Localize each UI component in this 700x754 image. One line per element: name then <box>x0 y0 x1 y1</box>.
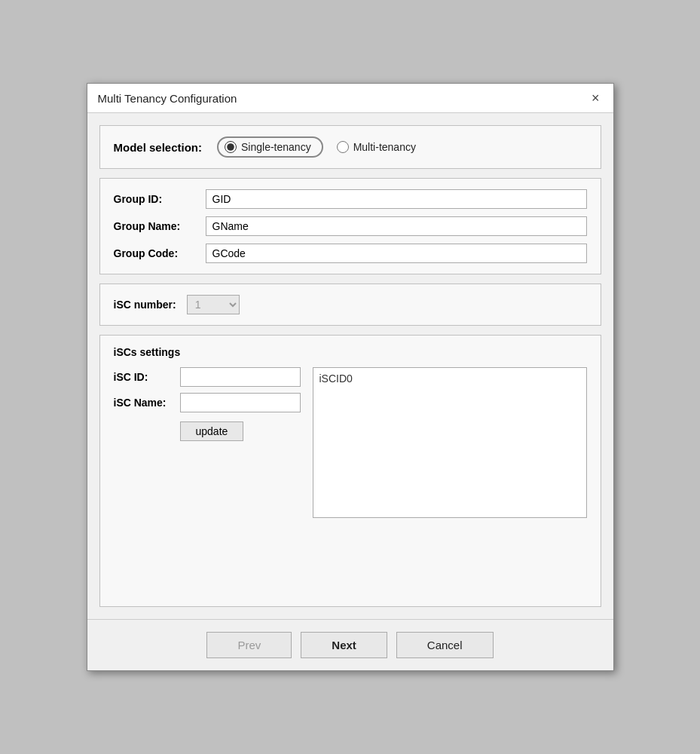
dialog-title: Multi Tenancy Configuration <box>98 92 237 105</box>
group-name-input[interactable] <box>206 216 587 236</box>
isc-number-select[interactable]: 1 2 3 4 5 <box>187 295 240 314</box>
footer: Prev Next Cancel <box>87 619 613 670</box>
radio-single-tenancy-input[interactable] <box>225 141 237 153</box>
close-button[interactable]: × <box>588 91 603 105</box>
group-fields-section: Group ID: Group Name: Group Code: <box>99 178 601 274</box>
prev-button[interactable]: Prev <box>206 632 292 658</box>
iscs-settings-section: iSCs settings iSC ID: iSC Name: update i… <box>99 335 601 607</box>
radio-multi-tenancy-label: Multi-tenancy <box>353 141 416 153</box>
model-selection-section: Model selection: Single-tenancy Multi-te… <box>99 125 601 169</box>
radio-multi-tenancy-input[interactable] <box>337 141 349 153</box>
iscs-list-box[interactable]: iSCID0 <box>313 367 587 518</box>
group-id-row: Group ID: <box>114 189 587 209</box>
model-selection-row: Model selection: Single-tenancy Multi-te… <box>114 136 587 158</box>
group-code-label: Group Code: <box>114 247 197 259</box>
isc-name-label: iSC Name: <box>114 397 174 409</box>
group-name-row: Group Name: <box>114 216 587 236</box>
radio-multi-tenancy[interactable]: Multi-tenancy <box>337 141 416 153</box>
iscs-left-panel: iSC ID: iSC Name: update <box>114 367 301 441</box>
group-name-label: Group Name: <box>114 220 197 232</box>
isc-name-row: iSC Name: <box>114 393 301 412</box>
isc-name-input[interactable] <box>180 393 301 412</box>
radio-single-tenancy[interactable]: Single-tenancy <box>217 136 323 158</box>
isc-number-label: iSC number: <box>114 299 176 311</box>
model-selection-label: Model selection: <box>114 141 203 154</box>
dialog-window: Multi Tenancy Configuration × Model sele… <box>87 83 614 671</box>
isc-id-input[interactable] <box>180 367 301 387</box>
title-bar: Multi Tenancy Configuration × <box>87 84 613 113</box>
dialog-body: Model selection: Single-tenancy Multi-te… <box>87 113 613 619</box>
group-id-label: Group ID: <box>114 193 197 205</box>
update-button[interactable]: update <box>180 421 244 441</box>
isc-id-row: iSC ID: <box>114 367 301 387</box>
iscs-settings-title: iSCs settings <box>114 346 587 358</box>
isc-number-section: iSC number: 1 2 3 4 5 <box>99 284 601 326</box>
isc-id-label: iSC ID: <box>114 371 174 383</box>
group-code-row: Group Code: <box>114 244 587 263</box>
radio-single-tenancy-label: Single-tenancy <box>241 141 311 153</box>
group-id-input[interactable] <box>206 189 587 209</box>
group-code-input[interactable] <box>206 244 587 263</box>
next-button[interactable]: Next <box>301 632 387 658</box>
cancel-button[interactable]: Cancel <box>396 632 494 658</box>
radio-options: Single-tenancy Multi-tenancy <box>217 136 416 158</box>
iscs-settings-body: iSC ID: iSC Name: update iSCID0 <box>114 367 587 518</box>
